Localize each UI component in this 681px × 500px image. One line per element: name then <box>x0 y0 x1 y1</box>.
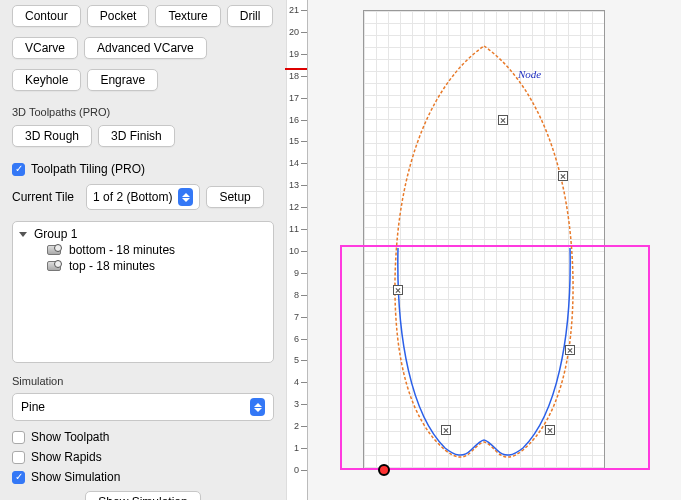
3d-rough-button[interactable]: 3D Rough <box>12 125 92 147</box>
toolpath-tree[interactable]: Group 1 bottom - 18 minutes top - 18 min… <box>12 221 274 363</box>
keyhole-button[interactable]: Keyhole <box>12 69 81 91</box>
tree-group-row[interactable]: Group 1 <box>19 226 267 242</box>
tree-group-label: Group 1 <box>34 227 77 241</box>
vertical-ruler: 0123456789101112131415161718192021 <box>286 0 308 500</box>
sidebar-panel: Contour Pocket Texture Drill VCarve Adva… <box>0 0 286 500</box>
current-tile-label: Current Tile <box>12 190 74 204</box>
shape-node[interactable] <box>558 171 568 181</box>
tiling-checkbox[interactable]: ✓ <box>12 163 25 176</box>
texture-button[interactable]: Texture <box>155 5 220 27</box>
current-tile-value: 1 of 2 (Bottom) <box>93 190 172 204</box>
vcarve-button[interactable]: VCarve <box>12 37 78 59</box>
show-toolpath-checkbox[interactable] <box>12 431 25 444</box>
stepper-icon[interactable] <box>178 188 193 206</box>
section-3d-heading: 3D Toolpaths (PRO) <box>12 106 274 118</box>
toolpath-icon <box>47 261 61 271</box>
tiling-checkbox-row: ✓ Toolpath Tiling (PRO) <box>12 162 274 176</box>
show-rapids-row: Show Rapids <box>12 450 274 464</box>
tree-item-bottom[interactable]: bottom - 18 minutes <box>19 242 267 258</box>
show-toolpath-label: Show Toolpath <box>31 430 110 444</box>
node-label: Node <box>518 68 541 80</box>
3d-finish-button[interactable]: 3D Finish <box>98 125 175 147</box>
shape-node[interactable] <box>498 115 508 125</box>
show-simulation-button-row: Show Simulation <box>12 491 274 500</box>
shape-node[interactable] <box>565 345 575 355</box>
shape-node[interactable] <box>441 425 451 435</box>
toolpath-row-2: VCarve Advanced VCarve <box>12 37 274 59</box>
drawing-stage[interactable]: Node <box>308 0 681 500</box>
tree-item-label: bottom - 18 minutes <box>69 243 175 257</box>
tree-item-top[interactable]: top - 18 minutes <box>19 258 267 274</box>
tiling-controls-row: Current Tile 1 of 2 (Bottom) Setup <box>12 184 274 210</box>
shape-node[interactable] <box>393 285 403 295</box>
material-select[interactable]: Pine <box>12 393 274 421</box>
chevron-down-icon[interactable] <box>19 232 27 237</box>
toolpath-icon <box>47 245 61 255</box>
canvas-area: 0123456789101112131415161718192021 Node <box>286 0 681 500</box>
show-rapids-label: Show Rapids <box>31 450 102 464</box>
contour-button[interactable]: Contour <box>12 5 81 27</box>
material-value: Pine <box>21 400 45 414</box>
toolpath-row-3: Keyhole Engrave <box>12 69 274 91</box>
show-simulation-row: ✓ Show Simulation <box>12 470 274 484</box>
current-tile-select[interactable]: 1 of 2 (Bottom) <box>86 184 200 210</box>
ruler-marker <box>285 68 307 70</box>
tiling-checkbox-label: Toolpath Tiling (PRO) <box>31 162 145 176</box>
tree-item-label: top - 18 minutes <box>69 259 155 273</box>
advanced-vcarve-button[interactable]: Advanced VCarve <box>84 37 207 59</box>
show-simulation-checkbox[interactable]: ✓ <box>12 471 25 484</box>
tile-setup-button[interactable]: Setup <box>206 186 263 208</box>
shape-node[interactable] <box>545 425 555 435</box>
show-rapids-checkbox[interactable] <box>12 451 25 464</box>
engrave-button[interactable]: Engrave <box>87 69 158 91</box>
toolpath3d-row: 3D Rough 3D Finish <box>12 125 274 147</box>
pocket-button[interactable]: Pocket <box>87 5 150 27</box>
stepper-icon[interactable] <box>250 398 265 416</box>
show-simulation-button[interactable]: Show Simulation <box>85 491 200 500</box>
origin-marker[interactable] <box>378 464 390 476</box>
drill-button[interactable]: Drill <box>227 5 274 27</box>
show-toolpath-row: Show Toolpath <box>12 430 274 444</box>
show-simulation-label: Show Simulation <box>31 470 120 484</box>
simulation-heading: Simulation <box>12 375 274 387</box>
design-shape[interactable] <box>363 10 605 470</box>
toolpath-row-1: Contour Pocket Texture Drill <box>12 5 274 27</box>
